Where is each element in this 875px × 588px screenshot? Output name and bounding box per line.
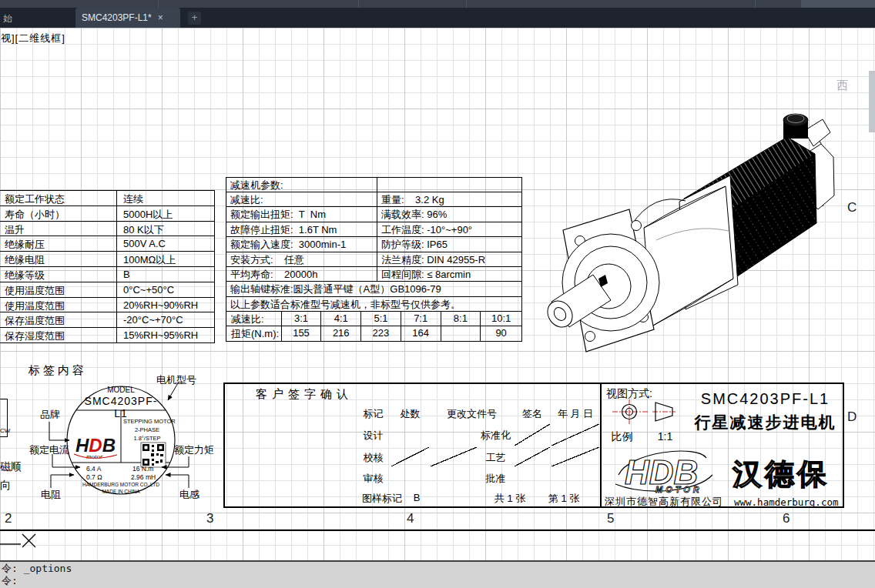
sheet-total: 共 1 张 xyxy=(487,492,533,506)
param-cell: 额定输入速度: 3000min-1 xyxy=(226,237,377,251)
spec-label: 绝缘等级 xyxy=(0,267,117,282)
zone-number: 6 xyxy=(783,511,790,526)
signature-table: 客户签字确认 标记 处数 更改文件号 签名 年 月 日 设计 标准化 校核 工艺… xyxy=(223,383,602,508)
spec-label: 绝缘电阻 xyxy=(0,252,117,266)
command-input-line[interactable]: 令: xyxy=(2,575,875,587)
annotation-inductance: 电感 xyxy=(179,488,199,502)
viewport-label[interactable]: 视][二维线框] xyxy=(1,32,65,45)
nameplate-origin: MADE IN CHINA xyxy=(73,489,169,494)
table-row: 输出轴键标准:圆头普通平键（A型）GB1096-79 xyxy=(226,282,522,296)
table-row: 额定输出扭矩: T Nm满载效率: 96% xyxy=(226,207,522,222)
spec-value: 20%RH~90%RH xyxy=(117,298,214,312)
ratio-cell: 8:1 xyxy=(441,312,481,326)
brand-cn-outline: 汉德保 xyxy=(732,458,830,490)
tab-close-icon[interactable]: × xyxy=(158,12,163,23)
drawing-canvas[interactable]: 视][二维线框] C D 西 2 3 4 5 6 额定工作状态连续 寿命（小时）… xyxy=(0,28,875,560)
sheet-bottom-border xyxy=(0,530,875,531)
spec-label: 绝缘耐压 xyxy=(0,236,117,251)
new-tab-button[interactable]: + xyxy=(188,12,201,25)
row-label: 审核 xyxy=(356,472,391,486)
param-cell: 防护等级: IP65 xyxy=(377,237,521,251)
ribbon-separator xyxy=(358,0,359,8)
table-row: 使用温度范围20%RH~90%RH xyxy=(0,298,215,313)
ratio-cell: 4:1 xyxy=(321,312,361,326)
table-row: 寿命（小时）5000H以上 xyxy=(0,206,215,222)
title-block: 视图方式: 比例 1:1 SMC4203PF-L1 行星减速步进电机 HDB M… xyxy=(602,383,844,508)
torque-label: 扭矩(N.m): xyxy=(226,326,282,341)
torque-cell: 155 xyxy=(282,326,322,341)
navigation-bar[interactable] xyxy=(869,71,875,132)
ratio-cell: 10:1 xyxy=(481,312,521,326)
param-cell: 平均寿命: 20000h xyxy=(226,267,377,281)
logo-letter: B xyxy=(102,435,116,456)
row-label: 校核 xyxy=(356,451,391,465)
param-cell: 额定输出扭矩: T Nm xyxy=(226,207,377,221)
nameplate-inductance: 2.96 mH xyxy=(131,473,156,481)
command-history-line: 令: _options xyxy=(2,563,875,575)
spec-label: 保存温度范围 xyxy=(0,312,117,327)
nameplate-torque: 16 N.m xyxy=(132,465,153,473)
spec-label: 保存湿度范围 xyxy=(0,328,117,342)
crosshair-cursor xyxy=(0,530,46,550)
annotation-model: 电机型号 xyxy=(156,373,196,387)
param-cell: 满载效率: 96% xyxy=(377,207,521,221)
table-row: 以上参数适合标准型号减速机，非标型号仅供参考。 xyxy=(226,297,522,312)
nameplate-spec3: 1.8°/STEP xyxy=(123,435,171,442)
nameplate-model: SMC4203PF-L1 xyxy=(79,395,163,419)
sheet-number: 第 1 张 xyxy=(541,492,587,506)
col-header: 签名 xyxy=(514,407,551,421)
gearbox-title: 减速机参数: xyxy=(226,178,377,192)
table-row: 减速机参数: xyxy=(226,178,522,192)
torque-cell: 223 xyxy=(361,326,401,341)
table-row: 故障停止扭矩: 1.6T Nm工作温度: -10°~+90° xyxy=(226,222,522,237)
table-row: 温升80 K以下 xyxy=(0,222,215,237)
logo-subtext: MOTOR xyxy=(655,485,702,494)
torque-cell: 164 xyxy=(401,326,441,341)
tab-start[interactable]: 始 xyxy=(3,12,12,25)
app-window: 始 SMC4203PF-L1* × + 视][二维线框] C D 西 2 3 4… xyxy=(0,0,875,588)
zone-number: 4 xyxy=(407,511,414,526)
nameplate-current: 6.4 A xyxy=(86,465,101,473)
tab-document[interactable]: SMC4203PF-L1* × xyxy=(75,8,180,28)
spec-value: 5000H以上 xyxy=(117,206,214,221)
col-header: 处数 xyxy=(391,407,430,421)
ratio-label: 减速比: xyxy=(226,312,282,326)
spec-value: 连续 xyxy=(117,191,214,205)
nameplate-model-label: MODEL xyxy=(98,386,144,394)
spec-table: 额定工作状态连续 寿命（小时）5000H以上 温升80 K以下 绝缘耐压500V… xyxy=(0,190,215,343)
torque-cell: 216 xyxy=(321,326,361,341)
col-header: 标记 xyxy=(356,407,391,421)
torque-cell xyxy=(441,326,481,341)
nameplate-spec2: 2-PHASE xyxy=(123,426,171,433)
table-row: 绝缘耐压500V A.C xyxy=(0,236,215,252)
row-label: 批准 xyxy=(478,472,514,486)
row-label: 设计 xyxy=(356,429,391,443)
drawing-mark-label: 图样标记 xyxy=(356,492,408,506)
hdb-logo-outline: HDB MOTOR 汉德保 xyxy=(608,449,839,495)
spec-label: 使用温度范围 xyxy=(0,282,117,297)
table-row: 减速比:重量: 3.2 Kg xyxy=(226,192,522,207)
ratio-row: 减速比: 3:1 4:1 5:1 7:1 8:1 10:1 xyxy=(226,312,522,327)
nameplate-maker: HAMDERBURG MOTOR CO.,LTD xyxy=(73,482,169,487)
note-cell: 以上参数适合标准型号减速机，非标型号仅供参考。 xyxy=(226,297,521,311)
zone-letter-c: C xyxy=(847,200,857,215)
ribbon-separator xyxy=(158,0,159,8)
annotation-brand: 品牌 xyxy=(40,408,60,422)
gearbox-table: 减速机参数: 减速比:重量: 3.2 Kg 额定输出扭矩: T Nm满载效率: … xyxy=(226,177,522,342)
hdb-logo-small: HDB motor xyxy=(74,435,117,460)
param-cell: 回程间隙: ≤ 8arcmin xyxy=(377,267,521,281)
qr-code xyxy=(141,443,166,467)
zone-number: 5 xyxy=(607,511,614,526)
ribbon-separator xyxy=(466,0,467,8)
spec-label: 温升 xyxy=(0,222,117,236)
ribbon-highlight xyxy=(801,0,875,8)
viewcube-west-face[interactable]: 西 xyxy=(836,79,848,93)
titleblock-product: 行星减速步进电机 xyxy=(688,412,843,433)
table-row: 绝缘等级B xyxy=(0,267,215,282)
param-cell: 故障停止扭矩: 1.6T Nm xyxy=(226,222,377,236)
spec-value: 15%RH~95%RH xyxy=(117,328,214,342)
command-line-window[interactable]: 令: _options 令: xyxy=(0,560,875,588)
cutoff-mag1: 磁顺 xyxy=(0,460,22,474)
ratio-cell: 5:1 xyxy=(361,312,401,326)
ratio-cell: 3:1 xyxy=(282,312,322,326)
